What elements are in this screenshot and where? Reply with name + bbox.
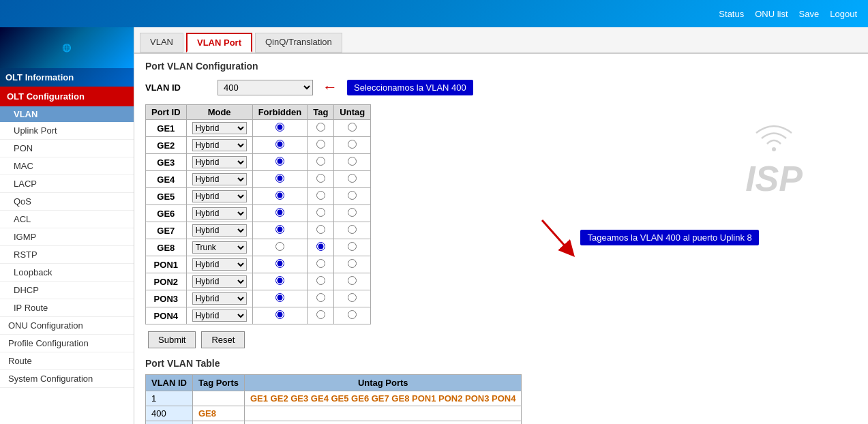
tag-radio[interactable]	[316, 276, 325, 285]
mode-select[interactable]: Hybrid AccessTrunk	[192, 190, 247, 202]
tag-radio[interactable]	[316, 123, 325, 132]
sidebar-item-mac[interactable]: MAC	[0, 157, 134, 175]
tag-radio[interactable]	[316, 310, 325, 319]
sidebar-item-loopback[interactable]: Loopback	[0, 264, 134, 282]
untag-radio[interactable]	[348, 140, 357, 149]
tag-radio[interactable]	[316, 157, 325, 166]
tag-radio[interactable]	[316, 140, 325, 149]
tag-radio[interactable]	[316, 191, 325, 200]
sidebar-item-lacp[interactable]: LACP	[0, 175, 134, 193]
tag-radio[interactable]	[316, 242, 325, 251]
tag-radio[interactable]	[316, 225, 325, 234]
sidebar-item-vlan[interactable]: VLAN	[0, 106, 134, 122]
tag-radio[interactable]	[316, 174, 325, 183]
tag-cell	[308, 290, 334, 307]
forbidden-radio[interactable]	[275, 191, 284, 200]
mode-select[interactable]: Trunk HybridAccess	[192, 241, 247, 254]
tab-vlan-port[interactable]: VLAN Port	[186, 33, 252, 52]
mode-cell: Hybrid AccessTrunk	[186, 137, 252, 154]
save-link[interactable]: Save	[799, 9, 820, 19]
untag-radio[interactable]	[348, 276, 357, 285]
mode-select[interactable]: Hybrid AccessTrunk	[192, 258, 247, 271]
sidebar-item-acl[interactable]: ACL	[0, 211, 134, 228]
col-mode: Mode	[186, 105, 252, 120]
untag-cell	[334, 256, 371, 273]
forbidden-radio[interactable]	[275, 225, 284, 234]
content-area: Port VLAN Configuration VLAN ID 400 1 50…	[134, 54, 868, 424]
logout-link[interactable]: Logout	[830, 9, 857, 19]
sidebar-onu-configuration[interactable]: ONU Configuration	[0, 317, 134, 335]
tab-vlan[interactable]: VLAN	[140, 33, 183, 52]
table-row: GE5 Hybrid AccessTrunk	[146, 188, 371, 205]
forbidden-radio[interactable]	[275, 208, 284, 217]
mode-select[interactable]: Hybrid AccessTrunk	[192, 224, 247, 237]
tag-radio[interactable]	[316, 208, 325, 217]
vlan-id-select[interactable]: 400 1 500	[218, 80, 313, 95]
untag-cell	[334, 239, 371, 256]
sidebar-item-ip-route[interactable]: IP Route	[0, 299, 134, 317]
sidebar-item-igmp[interactable]: IGMP	[0, 228, 134, 246]
table-row: GE4 Hybrid AccessTrunk	[146, 171, 371, 188]
untag-cell	[334, 307, 371, 324]
sidebar: 🌐 OLT Information OLT Configuration VLAN…	[0, 27, 134, 424]
mode-select[interactable]: Hybrid AccessTrunk	[192, 122, 247, 134]
forbidden-radio[interactable]	[275, 259, 284, 268]
sidebar-item-dhcp[interactable]: DHCP	[0, 282, 134, 299]
sidebar-item-pon[interactable]: PON	[0, 140, 134, 157]
forbidden-cell	[252, 222, 308, 239]
untag-radio[interactable]	[348, 242, 357, 251]
mode-select[interactable]: Hybrid AccessTrunk	[192, 292, 247, 305]
submit-button[interactable]: Submit	[148, 331, 196, 348]
main-content: VLAN VLAN Port QinQ/Translation Port VLA…	[134, 27, 868, 424]
untag-radio[interactable]	[348, 157, 357, 166]
arrow-down-icon	[535, 217, 576, 258]
untag-radio[interactable]	[348, 293, 357, 302]
mode-select[interactable]: Hybrid AccessTrunk	[192, 309, 247, 322]
forbidden-radio[interactable]	[275, 140, 284, 149]
forbidden-radio[interactable]	[275, 310, 284, 319]
untag-radio[interactable]	[348, 208, 357, 217]
sidebar-olt-information[interactable]: OLT Information	[0, 68, 134, 87]
vlan-id-cell: 400	[146, 406, 193, 421]
mode-select[interactable]: Hybrid AccessTrunk	[192, 139, 247, 151]
sidebar-route[interactable]: Route	[0, 352, 134, 370]
tab-qinq[interactable]: QinQ/Translation	[255, 33, 342, 52]
sidebar-system-configuration[interactable]: System Configuration	[0, 370, 134, 388]
mode-cell: Hybrid AccessTrunk	[186, 307, 252, 324]
onu-list-link[interactable]: ONU list	[755, 9, 788, 19]
forbidden-radio[interactable]	[275, 276, 284, 285]
sidebar-olt-configuration[interactable]: OLT Configuration	[0, 87, 134, 106]
port-id-cell: PON3	[146, 290, 187, 307]
untag-radio[interactable]	[348, 259, 357, 268]
mode-select[interactable]: Hybrid AccessTrunk	[192, 156, 247, 168]
forbidden-radio[interactable]	[275, 174, 284, 183]
status-link[interactable]: Status	[719, 9, 744, 19]
sidebar-item-rstp[interactable]: RSTP	[0, 246, 134, 264]
mode-cell: Hybrid AccessTrunk	[186, 222, 252, 239]
forbidden-cell	[252, 154, 308, 171]
mode-select[interactable]: Hybrid AccessTrunk	[192, 207, 247, 219]
tag-radio[interactable]	[316, 259, 325, 268]
untag-radio[interactable]	[348, 191, 357, 200]
untag-radio[interactable]	[348, 174, 357, 183]
port-id-cell: GE4	[146, 171, 187, 188]
forbidden-radio[interactable]	[275, 157, 284, 166]
sidebar-profile-configuration[interactable]: Profile Configuration	[0, 335, 134, 352]
untag-radio[interactable]	[348, 225, 357, 234]
reset-button[interactable]: Reset	[201, 331, 245, 348]
sidebar-logo: 🌐	[62, 44, 72, 52]
col2-vlan-id: VLAN ID	[146, 375, 193, 391]
sidebar-item-qos[interactable]: QoS	[0, 193, 134, 211]
untag-cell	[334, 154, 371, 171]
mode-select[interactable]: Hybrid AccessTrunk	[192, 275, 247, 288]
table2-title: Port VLAN Table	[145, 358, 522, 369]
tag-radio[interactable]	[316, 293, 325, 302]
forbidden-radio[interactable]	[275, 242, 284, 251]
sidebar-item-uplink-port[interactable]: Uplink Port	[0, 122, 134, 140]
untag-radio[interactable]	[348, 310, 357, 319]
mode-select[interactable]: Hybrid AccessTrunk	[192, 173, 247, 185]
vlan-id-cell: 500	[146, 421, 193, 425]
untag-radio[interactable]	[348, 123, 357, 132]
forbidden-radio[interactable]	[275, 123, 284, 132]
forbidden-radio[interactable]	[275, 293, 284, 302]
